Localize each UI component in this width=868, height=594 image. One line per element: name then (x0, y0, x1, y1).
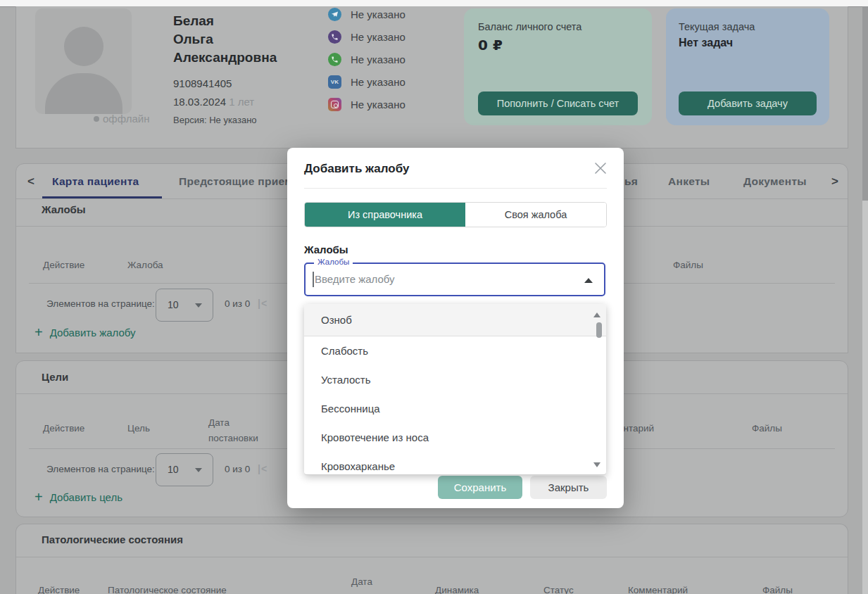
column-header-goal: Цель (127, 423, 150, 434)
avatar (35, 8, 132, 114)
modal-divider (304, 188, 607, 189)
column-header-date: Дата (351, 576, 372, 587)
text-caret (313, 272, 314, 287)
modal-tab-group: Из справочника Своя жалоба (304, 202, 607, 227)
plus-icon: + (34, 491, 43, 503)
contact-row: Не указано (328, 8, 405, 21)
tab-patient-card[interactable]: Карта пациента (52, 175, 139, 188)
chevron-down-icon (195, 303, 202, 308)
page-size-select[interactable]: 10 (156, 453, 213, 486)
tab-documents[interactable]: Документы (743, 175, 807, 188)
page-size-value: 10 (168, 299, 179, 310)
task-value: Нет задач (679, 37, 733, 49)
column-header-files: Файлы (762, 585, 793, 594)
first-page-icon[interactable]: |< (258, 463, 268, 474)
patient-last-name: Белая (173, 12, 277, 30)
scroll-up-icon[interactable] (593, 312, 600, 317)
balance-title: Баланс личного счета (478, 21, 581, 32)
option-weakness[interactable]: Слабость (304, 336, 606, 365)
chevron-down-icon (195, 468, 202, 472)
modal-title: Добавить жалобу (304, 162, 409, 176)
tabs-scroll-left-icon[interactable]: < (27, 175, 34, 189)
whatsapp-icon (328, 53, 341, 66)
modal-tab-own-complaint[interactable]: Своя жалоба (465, 203, 606, 227)
column-header-comment: Комментарий (628, 585, 688, 594)
vk-icon: VK (328, 75, 341, 89)
patient-page: оффлайн Белая Ольга Александровна 910894… (0, 0, 868, 594)
plus-icon: + (34, 326, 43, 339)
task-card: Текущая задача Нет задач Добавить задачу (666, 8, 829, 125)
pathology-card: Патологические состояния Действие Патоло… (15, 524, 848, 594)
option-fatigue[interactable]: Усталость (304, 365, 606, 393)
tab-upcoming-appointments[interactable]: Предстоящие прием (179, 175, 293, 188)
add-goal-button[interactable]: + Добавить цель (34, 491, 122, 503)
status-label: оффлайн (103, 113, 149, 125)
telegram-icon (328, 8, 341, 21)
add-complaint-button[interactable]: + Добавить жалобу (34, 326, 136, 339)
complaint-input[interactable]: Жалобы Введите жалобу (304, 263, 605, 296)
status-dot-icon (94, 116, 99, 122)
patient-birth-row: 18.03.2024 1 лет (173, 96, 254, 108)
patient-version: Версия: Не указано (173, 115, 257, 125)
complaint-options-dropdown: Озноб Слабость Усталость Бессонница Кров… (304, 304, 606, 475)
items-per-page-label: Элементов на странице: (46, 298, 155, 309)
option-hemoptysis[interactable]: Кровохарканье (304, 452, 606, 475)
patient-age: 1 лет (229, 96, 254, 108)
avatar-head-shape (64, 27, 103, 66)
column-header-status: Статус (543, 585, 574, 594)
modal-tab-from-directory[interactable]: Из справочника (305, 203, 465, 227)
chevron-up-icon[interactable] (584, 278, 593, 283)
close-icon[interactable] (593, 160, 608, 176)
save-button[interactable]: Сохранить (438, 476, 522, 499)
page-size-value: 10 (168, 464, 179, 475)
column-header-complaint: Жалоба (127, 260, 163, 270)
contact-value: Не указано (351, 76, 405, 88)
page-range: 0 из 0 (225, 464, 250, 474)
contact-row: VK Не указано (328, 75, 405, 89)
column-header-action: Действие (43, 423, 84, 434)
contact-value: Не указано (351, 31, 405, 43)
tab-fragment[interactable]: ья (624, 175, 638, 188)
tabs-scroll-right-icon[interactable]: > (831, 175, 838, 189)
complaints-section-title: Жалобы (42, 203, 86, 215)
contact-value: Не указано (351, 99, 405, 110)
contact-row: Не указано (328, 98, 405, 111)
patient-birth-date: 18.03.2024 (173, 96, 226, 108)
column-header-files: Файлы (752, 423, 782, 434)
items-per-page-label: Элементов на странице: (46, 464, 155, 474)
input-placeholder: Введите жалобу (315, 273, 395, 285)
balance-amount: 0 ₽ (478, 37, 503, 53)
column-header-files: Файлы (673, 260, 703, 270)
add-complaint-modal: Добавить жалобу Из справочника Своя жало… (287, 148, 624, 508)
patient-summary-card: оффлайн Белая Ольга Александровна 910894… (15, 6, 848, 148)
option-insomnia[interactable]: Бессонница (304, 394, 606, 422)
avatar-body-shape (45, 73, 122, 114)
scroll-down-icon[interactable] (593, 462, 600, 467)
contact-value: Не указано (351, 8, 405, 20)
complaints-field-label: Жалобы (304, 244, 348, 255)
page-scrollbar[interactable] (862, 6, 868, 594)
patient-phone: 9108941405 (173, 77, 232, 89)
top-strip (0, 0, 868, 6)
tab-questionnaires[interactable]: Анкеты (668, 175, 710, 188)
first-page-icon[interactable]: |< (258, 298, 268, 309)
column-header-dynamics: Динамика (435, 585, 479, 594)
balance-topup-button[interactable]: Пополнить / Списать счет (478, 91, 638, 115)
dropdown-scrollbar-thumb[interactable] (596, 322, 602, 338)
add-complaint-label: Добавить жалобу (50, 327, 136, 339)
option-chills[interactable]: Озноб (304, 304, 606, 336)
online-status: оффлайн (94, 113, 149, 125)
add-task-button[interactable]: Добавить задачу (679, 91, 817, 115)
section-divider (16, 557, 848, 557)
balance-card: Баланс личного счета 0 ₽ Пополнить / Спи… (464, 8, 652, 125)
input-floating-label: Жалобы (314, 258, 353, 266)
task-title: Текущая задача (679, 21, 755, 32)
page-scrollbar-thumb[interactable] (862, 6, 868, 201)
page-size-select[interactable]: 10 (156, 289, 213, 322)
close-button[interactable]: Закрыть (530, 476, 607, 499)
add-goal-label: Добавить цель (50, 491, 122, 503)
column-header-action: Действие (43, 260, 84, 270)
patient-middle-name: Александровна (173, 49, 277, 67)
option-nosebleed[interactable]: Кровотечение из носа (304, 423, 606, 451)
patient-first-name: Ольга (173, 30, 277, 49)
